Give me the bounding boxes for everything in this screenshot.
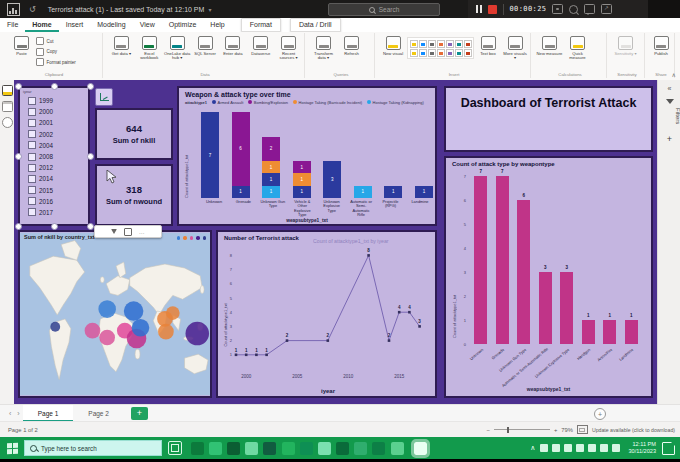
checkbox-icon[interactable] [28,164,36,172]
visual-type-icon[interactable] [410,49,418,57]
text-box-button[interactable]: Text box [475,34,501,56]
stacked-bar[interactable]: 1 [384,186,402,198]
onelake-data-hub-button[interactable]: OneLake data hub ▾ [164,34,191,61]
bar[interactable]: 7 [496,176,509,344]
menu-tab-modeling[interactable]: Modeling [90,18,132,32]
selection-handle[interactable] [15,223,22,230]
bar-segment[interactable]: 2 [262,137,280,162]
new-visual-button[interactable]: New visual [380,34,406,56]
data-point[interactable] [245,354,248,357]
annotation-icon[interactable] [584,4,595,14]
bar[interactable]: 6 [517,200,530,344]
stacked-bar[interactable]: 111 [293,161,311,198]
checkbox-icon[interactable] [28,119,36,127]
enter-data-button[interactable]: Enter data [219,34,246,56]
checkbox-icon[interactable] [28,97,36,105]
map-bubble[interactable] [50,322,60,332]
selection-handle[interactable] [87,223,94,230]
line-chart[interactable]: Number of Terrorist attack Count of atta… [216,230,437,398]
map-bubble[interactable] [158,324,174,340]
update-available-link[interactable]: Update available (click to download) [592,427,675,433]
visual-type-icon[interactable] [419,49,427,57]
bar-segment[interactable]: 1 [262,186,280,198]
more-options-icon[interactable]: … [139,230,146,234]
data-point[interactable] [286,339,289,342]
dashboard-title-box[interactable]: Dashboard of Terrorist Attack [444,86,653,152]
menu-tab-insert[interactable]: Insert [59,18,91,32]
bar-segment[interactable]: 3 [323,161,341,198]
next-page-icon[interactable]: › [14,410,22,417]
share-icon[interactable] [601,4,612,14]
zoom-in-icon[interactable]: + [554,427,557,433]
page-tab-page-1[interactable]: Page 1 [23,405,74,422]
taskbar-app-icon[interactable] [391,442,404,455]
focus-mode-icon[interactable] [124,228,132,236]
bar-segment[interactable]: 7 [201,112,219,198]
visual-type-icon[interactable] [428,49,436,57]
taskbar-app-icon[interactable] [227,442,240,455]
bar-segment[interactable]: 1 [232,186,250,198]
card-sum-of-nkill[interactable]: 644 Sum of nkill [95,108,173,160]
map-bubble[interactable] [98,300,116,318]
bar[interactable]: 1 [625,320,638,344]
data-point[interactable] [235,354,238,357]
slicer-item-2012[interactable]: 2012 [20,162,88,173]
data-point[interactable] [388,339,391,342]
stacked-bar[interactable]: 1 [354,186,372,198]
sensitivity-button[interactable]: Sensitivity ▾ [612,34,639,56]
bar-segment[interactable]: 1 [262,173,280,185]
visual-type-icon[interactable] [428,40,436,48]
prev-page-icon[interactable]: ‹ [6,410,14,417]
tray-icon[interactable] [552,444,560,452]
slicer-item-2008[interactable]: 2008 [20,151,88,162]
zoom-slider[interactable] [494,429,550,430]
checkbox-icon[interactable] [28,208,36,216]
checkbox-icon[interactable] [28,141,36,149]
tray-icon[interactable] [540,444,548,452]
bar-segment[interactable]: 1 [415,186,433,198]
webcam-icon[interactable] [552,4,563,14]
data-point[interactable] [255,354,258,357]
taskbar-app-icon[interactable] [336,442,349,455]
notification-center-icon[interactable] [662,442,675,455]
stacked-column-chart[interactable]: Weapon & attack type over time attacktyp… [177,86,437,226]
format-painter-button[interactable]: Format painter [36,58,76,66]
map-bubble[interactable] [99,330,115,346]
fit-to-page-icon[interactable] [577,425,588,434]
slicer-item-2004[interactable]: 2004 [20,140,88,151]
more-visuals-button[interactable]: More visuals ▾ [502,34,528,61]
selection-handle[interactable] [87,83,94,90]
filters-pane-label[interactable]: Filters [658,108,680,124]
model-view-icon[interactable] [2,117,13,128]
bar-segment[interactable]: 1 [293,186,311,198]
year-slicer[interactable]: iyear 1999200020012002200420082012201420… [18,86,90,226]
new-measure-button[interactable]: New measure [536,34,563,56]
selection-handle[interactable] [87,153,94,160]
data-point[interactable] [398,311,401,314]
tray-icon[interactable] [564,444,572,452]
menu-tab-optimize[interactable]: Optimize [162,18,204,32]
checkbox-icon[interactable] [28,130,36,138]
menu-tab-file[interactable]: File [0,18,25,32]
get-data-button[interactable]: Get data ▾ [108,34,135,56]
visual-type-icon[interactable] [446,49,454,57]
analyze-icon[interactable] [95,88,113,106]
excel-workbook-button[interactable]: Excel workbook [136,34,163,61]
selection-handle[interactable] [51,83,58,90]
bar-segment[interactable]: 1 [262,161,280,173]
dataverse-button[interactable]: Dataverse [247,34,274,56]
funnel-icon[interactable] [666,99,674,104]
visual-type-icon[interactable] [437,49,445,57]
world-map[interactable] [20,232,210,396]
new-page-button[interactable]: + [131,407,148,420]
visual-type-icon[interactable] [455,40,463,48]
data-point[interactable] [265,354,268,357]
refresh-button[interactable]: Refresh [338,34,365,56]
map-bubble[interactable] [85,323,101,339]
menu-tab-format[interactable]: Format [241,18,281,32]
slicer-item-2014[interactable]: 2014 [20,173,88,184]
expand-pane-icon[interactable]: « [664,85,676,92]
map-bubble[interactable] [166,306,180,320]
bar-segment[interactable]: 1 [293,173,311,185]
checkbox-icon[interactable] [28,186,36,194]
